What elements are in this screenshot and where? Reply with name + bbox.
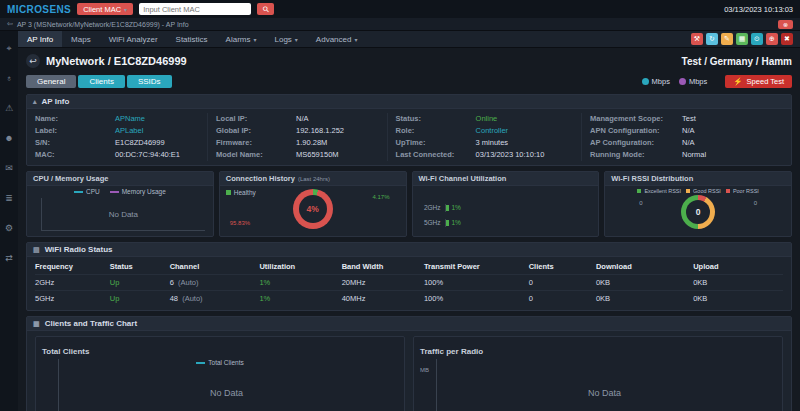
nav-label: Alarms	[226, 35, 251, 44]
power-icon: ⊗	[783, 21, 788, 28]
tab-ssids[interactable]: SSIDs	[127, 75, 172, 88]
nav-item-logs[interactable]: Logs▾	[265, 31, 306, 47]
brand-logo: MICROSENS	[7, 4, 71, 15]
cell-transmit-power: 100%	[424, 291, 529, 306]
field-label: UpTime:	[396, 137, 476, 149]
band-label-2ghz: 2GHz	[421, 204, 441, 211]
field-label: Firmware:	[216, 137, 296, 149]
back-button[interactable]: ↩	[26, 54, 40, 68]
alarm-icon[interactable]: ⚠	[5, 103, 13, 113]
speed-test-button[interactable]: ⚡ Speed Test	[725, 75, 792, 88]
collapse-icon: ▴	[33, 98, 37, 106]
cell-transmit-power: 100%	[424, 275, 529, 290]
apn-config-value: N/A	[682, 125, 695, 137]
panel-title: AP Info	[42, 97, 70, 106]
total-clients-plot-area: No Data	[58, 359, 394, 411]
ap-info-panel-header[interactable]: ▴ AP Info	[27, 95, 791, 109]
breadcrumb: AP 3 (MSNetwork/MyNetwork/E1C8ZD46999) -…	[17, 21, 189, 28]
field-label: AP Configuration:	[590, 137, 682, 149]
cell-status: Up	[110, 291, 170, 306]
ap-name-value[interactable]: APName	[115, 113, 145, 125]
excellent-rssi-label: Excellent RSSI	[644, 188, 681, 194]
utilization-value-5ghz: 1%	[452, 219, 461, 226]
tab-clients[interactable]: Clients	[78, 75, 124, 88]
settings-icon[interactable]: ⚙	[5, 223, 13, 233]
chevron-down-icon: ▾	[354, 36, 357, 43]
target-icon: ⊙	[754, 35, 760, 43]
globe-icon[interactable]: ♁	[6, 73, 13, 83]
poor-rssi-swatch	[726, 189, 730, 193]
radio-status-panel-header[interactable]: ▤ WiFi Radio Status	[27, 243, 791, 257]
sub-chart-title: Traffic per Radio	[420, 347, 483, 356]
cpu-memory-chart-panel: CPU / Memory Usage CPU Memory Usage No D…	[26, 171, 214, 237]
delete-button[interactable]: ✖	[781, 33, 793, 45]
nav-item-advanced[interactable]: Advanced▾	[307, 31, 367, 47]
field-label: Running Mode:	[590, 149, 682, 161]
nav-item-wifi-analyzer[interactable]: WiFi Analyzer	[100, 31, 167, 47]
sub-chart-title: Total Clients	[42, 347, 89, 356]
last-connected-value: 03/13/2023 10:10:10	[476, 149, 545, 161]
status-badge: Online	[476, 113, 498, 125]
tools-button[interactable]: ⚒	[691, 33, 703, 45]
nav-item-statistics[interactable]: Statistics	[167, 31, 217, 47]
no-data-label: No Data	[109, 210, 138, 219]
connection-center-value: 4%	[293, 189, 333, 229]
cell-clients: 0	[529, 291, 596, 306]
search-button[interactable]: ⚲	[257, 3, 274, 15]
network-icon[interactable]: ⌖	[6, 43, 11, 53]
logout-button[interactable]: ⊗	[778, 20, 793, 29]
field-label: S/N:	[35, 137, 115, 149]
client-mac-search-input[interactable]	[139, 3, 251, 15]
ap-info-panel: ▴ AP Info Name:APName Label:APLabel S/N:…	[26, 94, 792, 166]
mac-value: 00:DC:7C:94:40:E1	[115, 149, 180, 161]
col-header-clients: Clients	[529, 259, 596, 274]
traffic-per-radio-chart: Traffic per Radio MB No Data	[413, 336, 783, 411]
field-label: Local IP:	[216, 113, 296, 125]
nav-label: Advanced	[316, 35, 352, 44]
good-rssi-swatch	[686, 189, 690, 193]
nav-action-buttons: ⚒ ↻ ✎ ▦ ⊙ ⊕ ✖	[691, 31, 800, 47]
reboot-button[interactable]: ⊕	[766, 33, 778, 45]
clients-traffic-panel: ▦ Clients and Traffic Chart Total Client…	[26, 316, 792, 411]
tab-general[interactable]: General	[26, 75, 76, 88]
report-icon[interactable]: ≣	[5, 193, 13, 203]
no-data-label: No Data	[588, 388, 621, 398]
refresh-button[interactable]: ↻	[706, 33, 718, 45]
report-button[interactable]: ▦	[736, 33, 748, 45]
main-nav: AP Info Maps WiFi Analyzer Statistics Al…	[18, 31, 800, 48]
mail-icon[interactable]: ✉	[5, 163, 13, 173]
cell-frequency: 2GHz	[35, 275, 110, 290]
uptime-value: 3 minutes	[476, 137, 509, 149]
bolt-icon: ⚡	[733, 77, 742, 86]
unit-label: Mbps	[652, 77, 670, 86]
unit-radio-mbps-purple[interactable]: Mbps	[679, 77, 707, 86]
nav-item-ap-info[interactable]: AP Info	[18, 31, 62, 47]
nav-label: Maps	[71, 35, 91, 44]
unhealthy-percent-label: 95.83%	[230, 220, 250, 226]
transfer-icon[interactable]: ⇄	[5, 253, 13, 263]
search-icon: ⚲	[260, 4, 271, 15]
good-rssi-label: Good RSSI	[693, 188, 721, 194]
nav-item-alarms[interactable]: Alarms▾	[217, 31, 266, 47]
unit-radio-mbps-teal[interactable]: Mbps	[642, 77, 670, 86]
chevron-down-icon: ▾	[253, 36, 256, 43]
ap-label-value[interactable]: APLabel	[115, 125, 143, 137]
nav-label: WiFi Analyzer	[109, 35, 158, 44]
edit-button[interactable]: ✎	[721, 33, 733, 45]
nav-item-maps[interactable]: Maps	[62, 31, 100, 47]
no-data-label: No Data	[210, 388, 243, 398]
scan-button[interactable]: ⊙	[751, 33, 763, 45]
model-value: MS659150M	[296, 149, 339, 161]
cpu-memory-plot-area: No Data	[41, 198, 205, 231]
rssi-donut-chart: 0	[681, 195, 715, 229]
col-header-status: Status	[110, 259, 170, 274]
cell-frequency: 5GHz	[35, 291, 110, 306]
cell-channel: 48 (Auto)	[170, 291, 260, 306]
clients-traffic-panel-header[interactable]: ▦ Clients and Traffic Chart	[27, 317, 791, 331]
client-mac-dropdown[interactable]: Client MAC ▾	[77, 3, 133, 15]
user-icon[interactable]: ☻	[4, 133, 13, 143]
role-value[interactable]: Controller	[476, 125, 509, 137]
rssi-center-value: 0	[681, 195, 715, 229]
edit-icon: ✎	[724, 35, 730, 43]
table-header-row: Frequency Status Channel Utilization Ban…	[35, 259, 783, 274]
